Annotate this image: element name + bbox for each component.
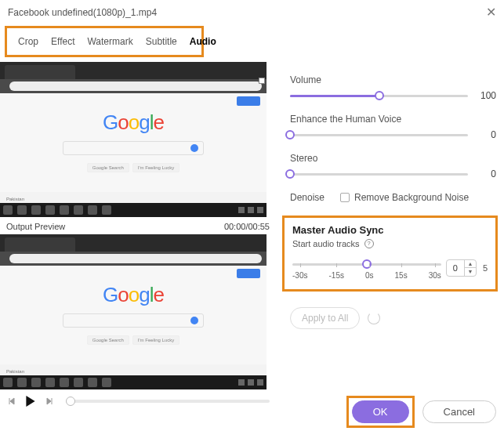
enhance-slider[interactable] xyxy=(290,134,468,136)
enhance-thumb[interactable] xyxy=(285,130,295,139)
remove-bg-checkbox[interactable] xyxy=(340,193,350,202)
source-preview: Google Google SearchI'm Feeling Lucky Pa… xyxy=(0,62,267,217)
google-logo: Google xyxy=(0,110,267,135)
tab-watermark[interactable]: Watermark xyxy=(81,31,139,52)
preview-column: Google Google SearchI'm Feeling Lucky Pa… xyxy=(0,62,276,407)
ok-highlight: OK xyxy=(346,396,415,428)
volume-slider[interactable] xyxy=(290,95,468,97)
sync-subtitle: Start audio tracks xyxy=(292,239,360,248)
stereo-label: Stereo xyxy=(290,153,496,164)
sync-stepper-value: 0 xyxy=(447,263,464,273)
tabs-highlight: Crop Effect Watermark Subtitle Audio xyxy=(5,26,204,57)
apply-to-all-button[interactable]: Apply to All xyxy=(290,307,360,329)
titlebar: Facebook undefined(1080p)_1.mp4 ✕ xyxy=(0,0,504,23)
remove-bg-label: Remove Background Noise xyxy=(354,192,469,203)
denoise-row: Denoise Remove Background Noise xyxy=(290,192,496,203)
playback-controls xyxy=(0,391,276,407)
crop-handle-icon[interactable] xyxy=(259,78,265,84)
volume-thumb[interactable] xyxy=(375,91,384,100)
enhance-voice-label: Enhance the Human Voice xyxy=(290,114,496,125)
sync-stepper[interactable]: 0 ▲ ▼ xyxy=(446,259,477,277)
stereo-value: 0 xyxy=(474,168,496,179)
sync-range-max: 5 xyxy=(483,263,488,273)
tab-subtitle[interactable]: Subtitle xyxy=(140,31,183,52)
audio-settings-panel: Volume 100 Enhance the Human Voice 0 Ste… xyxy=(276,62,504,407)
stepper-up-icon[interactable]: ▲ xyxy=(465,260,476,268)
timecode-label: 00:00/00:55 xyxy=(224,222,270,231)
sync-ticks: -30s -15s 0s 15s 30s xyxy=(292,271,441,280)
cancel-button[interactable]: Cancel xyxy=(422,400,496,423)
next-frame-icon[interactable] xyxy=(44,396,55,407)
tab-audio[interactable]: Audio xyxy=(183,31,223,52)
stepper-down-icon[interactable]: ▼ xyxy=(465,268,476,276)
tab-crop[interactable]: Crop xyxy=(12,31,45,52)
tab-effect[interactable]: Effect xyxy=(45,31,81,52)
denoise-label: Denoise xyxy=(290,192,325,203)
output-info-bar: Output Preview 00:00/00:55 xyxy=(0,219,276,234)
volume-label: Volume xyxy=(290,74,496,85)
reset-icon[interactable] xyxy=(368,312,380,324)
play-icon[interactable] xyxy=(25,396,36,407)
ok-button[interactable]: OK xyxy=(352,400,409,423)
output-preview: Google Google SearchI'm Feeling Lucky Pa… xyxy=(0,234,267,389)
filename-label: Facebook undefined(1080p)_1.mp4 xyxy=(8,7,157,18)
sync-title: Master Audio Sync xyxy=(292,224,488,236)
playback-slider[interactable] xyxy=(66,400,270,403)
volume-value: 100 xyxy=(474,90,496,101)
dialog-footer: OK Cancel xyxy=(346,396,496,428)
enhance-value: 0 xyxy=(474,129,496,140)
tab-bar: Crop Effect Watermark Subtitle Audio xyxy=(7,28,201,55)
stereo-thumb[interactable] xyxy=(285,169,295,179)
help-icon[interactable]: ? xyxy=(364,239,374,248)
prev-frame-icon[interactable] xyxy=(6,396,17,407)
master-audio-sync-section: Master Audio Sync Start audio tracks ? -… xyxy=(282,216,498,292)
close-icon[interactable]: ✕ xyxy=(486,5,496,20)
google-logo: Google xyxy=(0,283,267,307)
playback-thumb[interactable] xyxy=(66,397,75,406)
output-preview-label: Output Preview xyxy=(6,222,65,231)
sync-slider[interactable]: -30s -15s 0s 15s 30s xyxy=(292,260,441,276)
stereo-slider[interactable] xyxy=(290,173,468,176)
